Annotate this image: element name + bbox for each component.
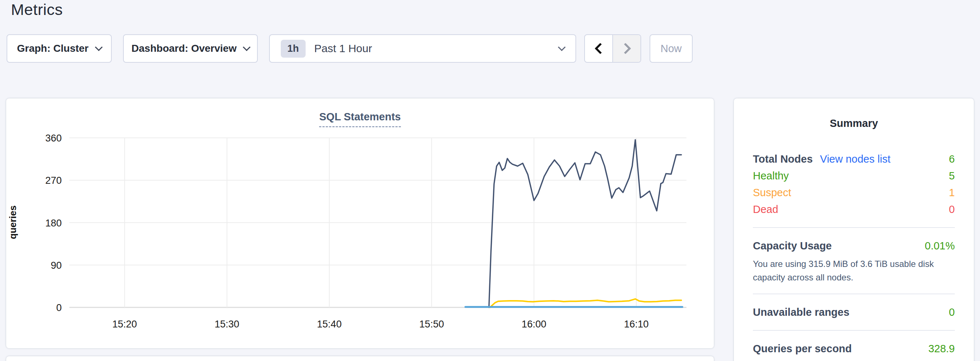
chevron-down-icon bbox=[558, 43, 566, 51]
y-tick-label: 360 bbox=[45, 133, 62, 144]
summary-title: Summary bbox=[753, 117, 955, 130]
suspect-nodes-label: Suspect bbox=[753, 184, 791, 201]
queries-per-second-row: Queries per second 328.9 bbox=[753, 340, 955, 357]
y-tick-label: 270 bbox=[45, 175, 62, 186]
time-window-nav bbox=[584, 34, 641, 63]
summary-panel: Summary Total Nodes View nodes list 6 He… bbox=[734, 98, 974, 361]
x-tick-label: 15:30 bbox=[215, 319, 240, 329]
healthy-nodes-row: Healthy 5 bbox=[753, 167, 955, 184]
dashboard-selector-label: Dashboard: Overview bbox=[132, 43, 237, 54]
capacity-usage-row: Capacity Usage 0.01% bbox=[753, 238, 955, 254]
graph-selector-dropdown[interactable]: Graph: Cluster bbox=[6, 34, 112, 63]
healthy-nodes-label: Healthy bbox=[753, 167, 789, 184]
chart-title[interactable]: SQL Statements bbox=[319, 111, 401, 127]
prev-time-window-button[interactable] bbox=[585, 35, 612, 62]
divider bbox=[753, 330, 955, 331]
y-tick-label: 180 bbox=[45, 218, 62, 229]
chevron-right-icon bbox=[620, 43, 631, 54]
time-window-label: Past 1 Hour bbox=[314, 42, 372, 55]
divider bbox=[753, 293, 955, 294]
next-time-window-button[interactable] bbox=[612, 35, 640, 62]
suspect-nodes-row: Suspect 1 bbox=[753, 184, 955, 201]
time-window-badge: 1h bbox=[281, 40, 305, 58]
chart-y-axis-label: queries bbox=[7, 175, 19, 270]
x-tick-label: 15:50 bbox=[419, 319, 444, 329]
unavailable-ranges-label: Unavailable ranges bbox=[753, 304, 849, 320]
time-window-dropdown[interactable]: 1h Past 1 Hour bbox=[269, 34, 576, 63]
y-tick-label: 90 bbox=[51, 260, 62, 271]
chart-title-wrap: SQL Statements bbox=[6, 111, 714, 127]
divider bbox=[753, 227, 955, 228]
chevron-down-icon bbox=[243, 43, 250, 51]
dead-nodes-label: Dead bbox=[753, 201, 778, 218]
suspect-nodes-value: 1 bbox=[949, 184, 955, 201]
unavailable-ranges-value: 0 bbox=[949, 304, 955, 320]
dashboard-selector-dropdown[interactable]: Dashboard: Overview bbox=[123, 34, 258, 63]
graph-selector-label: Graph: Cluster bbox=[17, 43, 88, 54]
x-tick-label: 15:40 bbox=[317, 319, 342, 329]
capacity-usage-value: 0.01% bbox=[925, 238, 955, 254]
total-nodes-value: 6 bbox=[949, 150, 955, 167]
page-title: Metrics bbox=[11, 1, 63, 19]
next-chart-card-partial bbox=[6, 356, 714, 361]
total-nodes-row: Total Nodes View nodes list 6 bbox=[753, 150, 955, 167]
now-button[interactable]: Now bbox=[649, 34, 693, 63]
capacity-usage-description: You are using 315.9 MiB of 3.6 TiB usabl… bbox=[753, 257, 955, 284]
sql-statements-chart-card: SQL Statements queries 15:2015:3015:4015… bbox=[6, 98, 714, 348]
x-tick-label: 16:00 bbox=[522, 319, 547, 329]
view-nodes-list-link[interactable]: View nodes list bbox=[820, 150, 891, 167]
y-tick-label: 0 bbox=[56, 302, 62, 313]
queries-per-second-label: Queries per second bbox=[753, 340, 852, 357]
dead-nodes-row: Dead 0 bbox=[753, 201, 955, 218]
sql-statements-chart[interactable]: 15:2015:3015:4015:5016:0016:100901802703… bbox=[6, 98, 714, 348]
healthy-nodes-value: 5 bbox=[949, 167, 955, 184]
metrics-page: Metrics Graph: Cluster Dashboard: Overvi… bbox=[0, 0, 980, 361]
queries-per-second-value: 328.9 bbox=[928, 340, 955, 357]
series-navy-line bbox=[489, 140, 681, 307]
capacity-usage-label: Capacity Usage bbox=[753, 238, 832, 254]
chevron-left-icon bbox=[594, 43, 606, 54]
x-tick-label: 15:20 bbox=[113, 319, 137, 329]
chevron-down-icon bbox=[95, 43, 102, 51]
unavailable-ranges-row: Unavailable ranges 0 bbox=[753, 304, 955, 320]
total-nodes-label: Total Nodes bbox=[753, 150, 813, 167]
dead-nodes-value: 0 bbox=[949, 201, 955, 218]
x-tick-label: 16:10 bbox=[624, 319, 649, 329]
